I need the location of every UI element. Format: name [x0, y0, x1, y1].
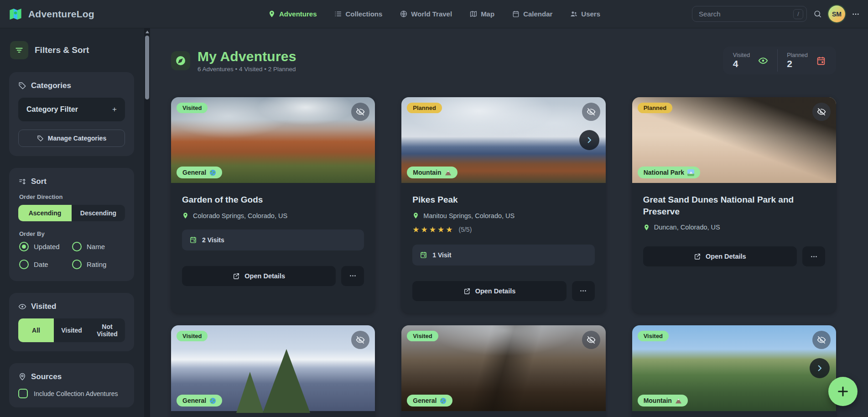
sidebar-header: Filters & Sort — [10, 41, 134, 59]
category-badge: Mountain — [638, 395, 688, 407]
eye-off-icon[interactable] — [351, 331, 369, 349]
globe-icon — [400, 10, 407, 18]
sidebar-scrollbar[interactable] — [144, 28, 150, 417]
sort-direction-descending[interactable]: Descending — [72, 205, 125, 221]
sort-heading: Sort — [18, 177, 125, 186]
adventure-image[interactable]: Planned Mountain — [401, 97, 605, 183]
visited-panel: Visited AllVisitedNot Visited — [9, 293, 134, 351]
search-icon[interactable] — [813, 10, 822, 18]
external-link-icon — [694, 253, 701, 260]
card-menu-button[interactable] — [802, 246, 825, 266]
map-pin-icon — [412, 212, 419, 219]
tag-icon — [37, 135, 44, 142]
card-menu-button[interactable] — [341, 266, 364, 286]
order-by-updated[interactable]: Updated — [19, 242, 72, 251]
adventure-title: Pikes Peak — [412, 194, 594, 206]
visited-filter-all[interactable]: All — [18, 318, 54, 342]
app-logo-map-icon — [8, 7, 23, 21]
visited-heading: Visited — [18, 302, 125, 311]
open-details-button[interactable]: Open Details — [643, 246, 797, 266]
nav-item-adventures[interactable]: Adventures — [268, 10, 317, 18]
adventure-card-great-sand-dunes-national-park-and-preserve: Planned National Park Great Sand Dunes N… — [632, 97, 836, 313]
status-badge: Visited — [407, 331, 438, 341]
radio-icon[interactable] — [19, 242, 29, 251]
sources-heading: Sources — [18, 372, 125, 381]
page-title: My Adventures — [198, 49, 296, 64]
category-icon — [445, 169, 452, 176]
eye-off-icon[interactable] — [812, 331, 831, 349]
stats-box: Visited 4 Planned 2 — [723, 47, 836, 74]
search-input[interactable] — [692, 6, 807, 22]
order-by-date[interactable]: Date — [19, 260, 72, 269]
open-details-button[interactable]: Open Details — [182, 266, 336, 286]
eye-off-icon[interactable] — [582, 103, 600, 121]
checkbox[interactable] — [18, 389, 28, 398]
scrollbar-thumb[interactable] — [145, 36, 149, 99]
category-filter-collapse[interactable]: Category Filter + — [18, 98, 125, 121]
nav-item-users[interactable]: Users — [570, 10, 600, 18]
add-adventure-button[interactable] — [828, 377, 858, 406]
nav-item-world-travel[interactable]: World Travel — [400, 10, 452, 18]
card-menu-button[interactable] — [572, 281, 595, 301]
visited-filter-not-visited[interactable]: Not Visited — [89, 318, 125, 342]
nav-item-map[interactable]: Map — [469, 10, 494, 18]
order-by-options: Updated Name Date Rating — [19, 242, 125, 269]
map-pin-icon — [643, 224, 650, 231]
next-image-button[interactable] — [810, 358, 830, 378]
adventure-image[interactable]: Visited General — [171, 97, 375, 183]
order-by-name[interactable]: Name — [72, 242, 125, 251]
nav-item-calendar[interactable]: Calendar — [512, 10, 552, 18]
scroll-up-arrow-icon[interactable] — [146, 31, 149, 33]
open-details-button[interactable]: Open Details — [412, 281, 566, 301]
eye-off-icon[interactable] — [582, 331, 600, 349]
calendar-dot-icon — [816, 56, 826, 66]
list-icon — [334, 10, 342, 18]
radio-icon[interactable] — [72, 260, 82, 269]
visited-filter-toggle: AllVisitedNot Visited — [18, 318, 125, 342]
overflow-menu-button[interactable] — [852, 10, 860, 18]
sort-direction-ascending[interactable]: Ascending — [18, 205, 72, 221]
order-by-label: Order By — [19, 230, 125, 237]
adventure-image[interactable]: Visited General — [401, 325, 605, 411]
visited-filter-visited[interactable]: Visited — [54, 318, 89, 342]
order-by-rating[interactable]: Rating — [72, 260, 125, 269]
nav-item-collections[interactable]: Collections — [334, 10, 383, 18]
eye-off-icon[interactable] — [351, 103, 369, 121]
eye-icon — [758, 56, 768, 66]
adventure-image[interactable]: Visited General — [171, 325, 375, 411]
include-collection-adventures[interactable]: Include Collection Adventures — [18, 389, 125, 398]
map-pin-icon — [268, 10, 275, 18]
radio-icon[interactable] — [72, 242, 82, 251]
navbar-menu: Adventures Collections World Travel Map … — [268, 10, 600, 18]
eye-off-icon[interactable] — [812, 103, 831, 121]
adventure-image[interactable]: Visited Mountain — [632, 325, 836, 411]
external-link-icon — [233, 272, 240, 280]
status-badge: Visited — [177, 103, 208, 113]
avatar[interactable]: SM — [828, 5, 845, 22]
status-badge: Planned — [407, 103, 442, 113]
adventure-image[interactable]: Planned National Park — [632, 97, 836, 183]
map-pin-icon — [18, 373, 26, 381]
calendar-icon — [189, 236, 197, 244]
manage-categories-button[interactable]: Manage Categories — [18, 130, 125, 147]
brand[interactable]: AdventureLog — [8, 7, 94, 21]
next-image-button[interactable] — [579, 130, 599, 150]
visit-count: 1 Visit — [412, 245, 594, 266]
radio-icon[interactable] — [19, 260, 29, 269]
visit-count: 2 Visits — [182, 229, 364, 250]
category-icon — [675, 397, 682, 404]
sort-icon — [18, 177, 26, 186]
sources-panel: Sources Include Collection Adventures — [9, 363, 134, 407]
category-badge: General — [177, 167, 222, 178]
filters-sidebar: Filters & Sort Categories Category Filte… — [0, 28, 144, 417]
status-badge: Visited — [177, 331, 208, 341]
navbar: AdventureLog Adventures Collections Worl… — [0, 0, 868, 28]
category-icon — [209, 397, 216, 404]
navbar-actions: / SM — [692, 5, 860, 22]
filter-icon — [10, 41, 28, 59]
page-subtitle: 6 Adventures • 4 Visited • 2 Planned — [198, 66, 296, 73]
category-badge: General — [177, 395, 222, 407]
adventure-grid: Visited General Garden of the Gods Color… — [171, 97, 836, 417]
adventure-card-partial-6: Visited Mountain — [632, 325, 836, 417]
adventure-location: Manitou Springs, Colorado, US — [412, 212, 594, 219]
